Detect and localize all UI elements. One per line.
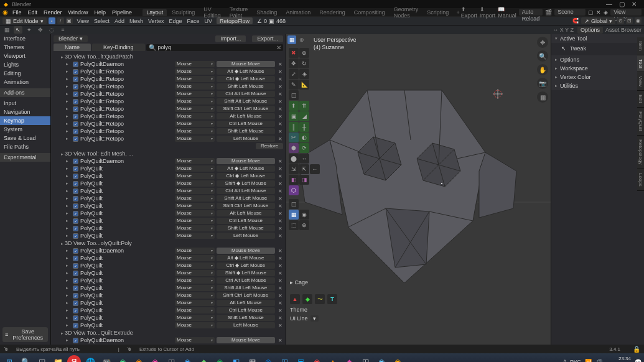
enable-checkbox[interactable]: ✓ [73,121,78,127]
extrude-individual-tool[interactable]: ⇈ [299,101,309,111]
viewlayer-field[interactable]: View Layer [610,9,642,16]
delete-keymap-icon[interactable]: ✕ [277,218,283,224]
enable-checkbox[interactable]: ✓ [73,62,78,67]
expand-arrow-icon[interactable]: ▸ [66,159,71,164]
delete-keymap-icon[interactable]: ✕ [277,106,283,112]
rotate-tool[interactable]: ↻ [299,58,309,68]
input-type-dropdown[interactable]: Mouse [175,233,215,239]
expand-arrow-icon[interactable]: ▸ [66,285,71,290]
keymap-search-input[interactable] [158,44,281,50]
hotkey-button[interactable]: Shift Alt Left Mouse [217,195,275,202]
expand-arrow-icon[interactable]: ▸ [66,248,71,253]
options-header[interactable]: Options [551,55,644,64]
shrink-tool[interactable]: ⇲ [289,164,299,174]
input-type-dropdown[interactable]: Mouse [175,188,215,194]
app-icon-12[interactable]: ◆ [342,355,356,362]
cursor-icon[interactable]: ↖ [14,26,22,34]
lock-icon[interactable]: 🔒 [633,346,640,353]
prefs-cat-system[interactable]: System [0,125,50,134]
keymap-tab-name[interactable]: Name [54,44,91,51]
delete-keymap-icon[interactable]: ✕ [277,69,283,75]
hotkey-button[interactable]: Shift Ctrl Left Mouse [217,106,275,112]
expand-arrow-icon[interactable]: ▸ [66,166,71,171]
transform-tool[interactable]: ◈ [299,69,309,79]
prefs-experimental[interactable]: Experimental [0,153,50,162]
input-type-dropdown[interactable]: Mouse [175,91,215,97]
box-select-icon[interactable]: ✦ [25,26,34,34]
input-type-dropdown[interactable]: Mouse [175,270,215,276]
delete-keymap-icon[interactable]: ✕ [277,174,283,179]
hotkey-button[interactable]: Ctrl Alt Left Mouse [217,188,275,194]
hotkey-button[interactable]: Mouse Move [217,61,275,67]
expand-arrow-icon[interactable]: ▸ [66,129,71,134]
expand-arrow-icon[interactable]: ▸ [66,271,71,276]
tray-sound-icon[interactable]: 🔊 [595,359,602,362]
editor-type-icon[interactable]: ▦ [2,26,11,34]
input-type-dropdown[interactable]: Mouse [175,76,215,82]
delete-keymap-icon[interactable]: ✕ [277,77,283,82]
hotkey-button[interactable]: Ctrl ◆ Left Mouse [217,76,275,82]
hotkey-button[interactable]: Alt ◆ Left Mouse [217,68,275,75]
input-type-dropdown[interactable]: Mouse [175,277,215,284]
inset-tool[interactable]: ▣ [289,111,299,121]
delete-keymap-icon[interactable]: ✕ [277,181,283,187]
mode-selector[interactable]: ▦ Edit Mode ▾ [2,17,47,24]
input-type-dropdown[interactable]: Mouse [175,165,215,172]
export-menu[interactable]: ⬆ Export [461,6,477,19]
spin-tool[interactable]: ⟳ [299,143,309,153]
hotkey-button[interactable]: Ctrl ◆ Left Mouse [217,262,275,269]
editmode-menu-edge[interactable]: Edge [166,18,184,24]
enable-checkbox[interactable]: ✓ [73,256,78,261]
scene-field[interactable]: Scene [554,9,586,16]
tray-wifi-icon[interactable]: 📶 [585,359,592,362]
tray-notifications-icon[interactable]: 💬 [635,359,642,362]
enable-checkbox[interactable]: ✓ [73,159,78,164]
explorer-icon[interactable]: 📁 [51,355,65,362]
magnet-icon[interactable]: 🧲 [572,17,579,24]
input-type-dropdown[interactable]: Mouse [175,113,215,119]
input-type-dropdown[interactable]: Mouse [175,255,215,261]
input-type-dropdown[interactable]: Mouse [175,248,215,254]
keymap-group[interactable]: 3D View Too...lt:QuadPatch [56,53,283,60]
input-type-dropdown[interactable]: Mouse [175,83,215,90]
expand-arrow-icon[interactable]: ▸ [66,263,71,268]
orientation-selector[interactable]: ↗ Global ▾ [581,17,615,24]
prefs-cat-animation[interactable]: Animation [0,78,50,86]
tosphere-tool[interactable]: ← [310,164,320,174]
asset-browser-link[interactable]: Asset Browser [605,27,642,33]
delete-keymap-icon[interactable]: ✕ [277,300,283,306]
import-keymap-button[interactable]: Import... [215,35,246,42]
panel-tab-tool[interactable]: Tool [637,55,644,73]
vertex-color-header[interactable]: Vertex Color [551,73,644,81]
hotkey-button[interactable]: Mouse Move [217,337,275,343]
auto-reload-toggle[interactable]: Auto Reload [519,9,543,16]
prefs-cat-navigation[interactable]: Navigation [0,108,50,116]
prefs-cat-lights[interactable]: Lights [0,60,50,69]
editmode-menu-mesh[interactable]: Mesh [127,18,146,24]
input-type-dropdown[interactable]: Mouse [175,262,215,269]
start-button[interactable]: ⊞ [2,355,16,362]
utilities-header[interactable]: Utilities [551,81,644,90]
menu-file[interactable]: File [9,9,25,16]
workspace-scripting[interactable]: Scripting [423,9,452,16]
delete-keymap-icon[interactable]: ✕ [277,91,283,97]
input-type-dropdown[interactable]: Mouse [175,300,215,306]
expand-arrow-icon[interactable]: ▸ [66,99,71,104]
input-type-dropdown[interactable]: Mouse [175,106,215,112]
input-type-dropdown[interactable]: Mouse [175,136,215,142]
add-workspace-button[interactable]: + [456,9,459,16]
input-type-dropdown[interactable]: Mouse [175,203,215,209]
input-type-dropdown[interactable]: Mouse [175,218,215,224]
set-selection-mode-icon[interactable]: ▦ [287,35,296,44]
prefs-cat-save-load[interactable]: Save & Load [0,134,50,142]
zoom-icon[interactable]: 🔍 [537,50,548,62]
menu-pipeline[interactable]: Pipeline [109,9,135,16]
hotkey-button[interactable]: Shift Left Mouse [217,315,275,321]
delete-keymap-icon[interactable]: ✕ [277,188,283,194]
knife-tool[interactable]: ✂ [289,132,299,142]
expand-arrow-icon[interactable]: ▸ [66,62,71,67]
move-tool[interactable]: ✥ [289,58,299,68]
input-type-dropdown[interactable]: Mouse [175,307,215,313]
delete-keymap-icon[interactable]: ✕ [277,226,283,231]
hotkey-button[interactable]: Alt ◆ Left Mouse [217,255,275,261]
